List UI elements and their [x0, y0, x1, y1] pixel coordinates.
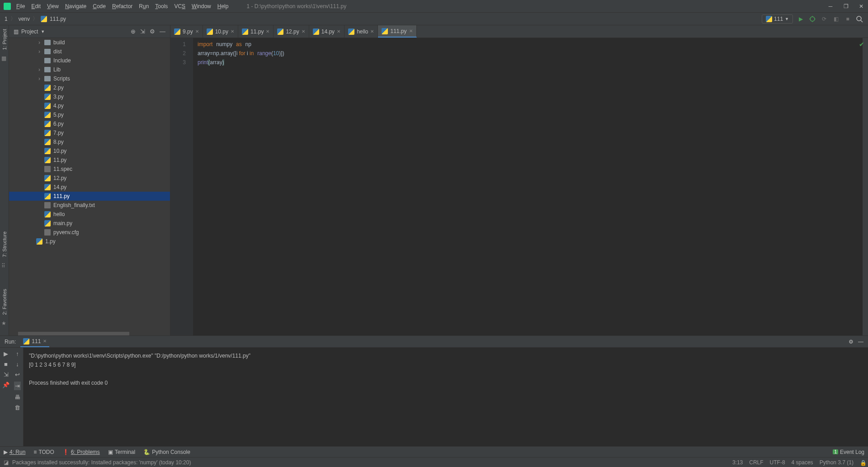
menu-file[interactable]: File: [16, 3, 25, 9]
tree-item-dist[interactable]: ›dist: [9, 47, 170, 56]
tree-item-main-py[interactable]: main.py: [9, 219, 170, 228]
rerun-button[interactable]: ▶: [4, 350, 8, 357]
stop-button[interactable]: ■: [844, 15, 852, 23]
close-icon[interactable]: ✕: [43, 339, 47, 344]
code-editor[interactable]: import numpy as np array=np.array([i for…: [193, 38, 863, 335]
down-icon[interactable]: ↓: [16, 361, 19, 368]
breadcrumb-folder[interactable]: venv: [19, 16, 30, 22]
hide-icon[interactable]: —: [160, 28, 165, 35]
close-icon[interactable]: ✕: [409, 28, 413, 33]
tree-item-hello[interactable]: hello: [9, 210, 170, 219]
tool-project[interactable]: 1: Project: [2, 29, 7, 50]
editor-tab-14-py[interactable]: 14.py✕: [309, 25, 344, 38]
tree-item-12-py[interactable]: 12.py: [9, 174, 170, 183]
breadcrumb-file[interactable]: 111.py: [50, 16, 66, 22]
settings-icon[interactable]: ⚙: [150, 28, 155, 35]
tool-structure[interactable]: 7: Structure: [2, 231, 7, 257]
menu-run[interactable]: Run: [139, 3, 149, 9]
trash-icon[interactable]: 🗑: [14, 404, 20, 411]
close-icon[interactable]: ✕: [231, 29, 234, 34]
tree-item-14-py[interactable]: 14.py: [9, 183, 170, 192]
project-panel-title[interactable]: Project: [21, 28, 38, 35]
tree-item-Lib[interactable]: ›Lib: [9, 65, 170, 74]
profile-button[interactable]: ◧: [832, 15, 840, 23]
maximize-button[interactable]: ❐: [843, 3, 849, 9]
menu-refactor[interactable]: Refactor: [112, 3, 132, 9]
close-button[interactable]: ✕: [858, 3, 864, 9]
bottom-tab-run[interactable]: ▶ 4: Run: [4, 449, 25, 455]
tree-item-11-spec[interactable]: 11.spec: [9, 165, 170, 174]
tree-item-Include[interactable]: Include: [9, 56, 170, 65]
run-configuration-selector[interactable]: 111 ▼: [762, 14, 793, 24]
project-tree[interactable]: ›build›distInclude›Lib›Scripts2.py3.py4.…: [9, 38, 170, 335]
statusbar-encoding[interactable]: UTF-8: [770, 459, 785, 466]
run-settings-icon[interactable]: ⚙: [849, 339, 854, 345]
pin-icon[interactable]: 📌: [2, 382, 9, 388]
search-everywhere-button[interactable]: [855, 15, 863, 23]
tool-favorites[interactable]: 2: Favorites: [2, 289, 7, 315]
tree-item-5-py[interactable]: 5.py: [9, 110, 170, 119]
chevron-down-icon[interactable]: ▼: [41, 29, 45, 34]
editor-tab-9-py[interactable]: 9.py✕: [170, 25, 203, 38]
bottom-tab-todo[interactable]: ≡ TODO: [33, 449, 54, 455]
menu-code[interactable]: Code: [93, 3, 106, 9]
editor-tab-12-py[interactable]: 12.py✕: [274, 25, 309, 38]
statusbar-interpreter[interactable]: Python 3.7 (1): [820, 459, 854, 466]
bottom-tab-terminal[interactable]: ▣ Terminal: [108, 449, 135, 455]
editor-scrollbar[interactable]: [863, 38, 868, 335]
console-output[interactable]: "D:\python\python works\1\venv\Scripts\p…: [24, 348, 868, 446]
tree-item-4-py[interactable]: 4.py: [9, 101, 170, 110]
tree-item-6-py[interactable]: 6.py: [9, 119, 170, 128]
inspection-ok-icon[interactable]: ✔: [859, 41, 864, 48]
horizontal-scrollbar[interactable]: [18, 332, 129, 335]
menu-vcs[interactable]: VCS: [174, 3, 185, 9]
menu-view[interactable]: View: [47, 3, 59, 9]
wrap-icon[interactable]: ↩: [15, 371, 20, 378]
tree-item-11-py[interactable]: 11.py: [9, 156, 170, 165]
stop-button[interactable]: ■: [4, 361, 8, 368]
locate-icon[interactable]: ⊕: [131, 28, 136, 35]
chevron-right-icon[interactable]: ›: [37, 75, 42, 82]
close-icon[interactable]: ✕: [266, 29, 269, 34]
scroll-icon[interactable]: ⇥: [14, 382, 21, 390]
menu-edit[interactable]: Edit: [31, 3, 41, 9]
tree-item-English_finally-txt[interactable]: English_finally.txt: [9, 201, 170, 210]
lock-icon[interactable]: 🔒: [860, 460, 864, 465]
editor-tab-hello[interactable]: hello✕: [344, 25, 378, 38]
expand-icon[interactable]: ⇲: [140, 28, 145, 35]
close-icon[interactable]: ✕: [195, 29, 199, 34]
editor-tab-11-py[interactable]: 11.py✕: [238, 25, 274, 38]
coverage-button[interactable]: ⟳: [820, 15, 828, 23]
menu-navigate[interactable]: Navigate: [65, 3, 86, 9]
bottom-tab-python-console[interactable]: 🐍 Python Console: [143, 449, 190, 455]
run-button[interactable]: ▶: [797, 15, 805, 23]
print-icon[interactable]: 🖶: [14, 394, 20, 401]
tree-item-1-py[interactable]: 1.py: [9, 237, 170, 246]
menu-tools[interactable]: Tools: [155, 3, 168, 9]
tree-item-10-py[interactable]: 10.py: [9, 146, 170, 156]
tree-item-build[interactable]: ›build: [9, 38, 170, 47]
run-hide-icon[interactable]: —: [858, 339, 863, 345]
layout-icon[interactable]: ⇲: [4, 371, 9, 378]
tree-item-2-py[interactable]: 2.py: [9, 83, 170, 92]
editor-tab-111-py[interactable]: 111.py✕: [378, 25, 416, 38]
event-log-button[interactable]: 1 Event Log: [833, 449, 864, 455]
menu-help[interactable]: Help: [217, 3, 229, 9]
minimize-button[interactable]: ─: [827, 3, 834, 9]
run-tab[interactable]: 111 ✕: [20, 336, 49, 347]
chevron-right-icon[interactable]: ›: [37, 48, 42, 55]
chevron-right-icon[interactable]: ›: [37, 66, 42, 73]
up-icon[interactable]: ↑: [16, 350, 19, 357]
tree-item-3-py[interactable]: 3.py: [9, 92, 170, 101]
statusbar-cursor[interactable]: 3:13: [732, 459, 743, 466]
close-icon[interactable]: ✕: [370, 29, 374, 34]
tree-item-pyvenv-cfg[interactable]: pyvenv.cfg: [9, 228, 170, 237]
statusbar-eol[interactable]: CRLF: [749, 459, 763, 466]
statusbar-show-icon[interactable]: ◪: [4, 459, 9, 466]
debug-button[interactable]: [808, 15, 816, 23]
statusbar-indent[interactable]: 4 spaces: [792, 459, 813, 466]
chevron-right-icon[interactable]: ›: [37, 39, 42, 46]
tree-item-111-py[interactable]: 111.py: [9, 192, 170, 201]
close-icon[interactable]: ✕: [302, 29, 305, 34]
tree-item-8-py[interactable]: 8.py: [9, 137, 170, 146]
